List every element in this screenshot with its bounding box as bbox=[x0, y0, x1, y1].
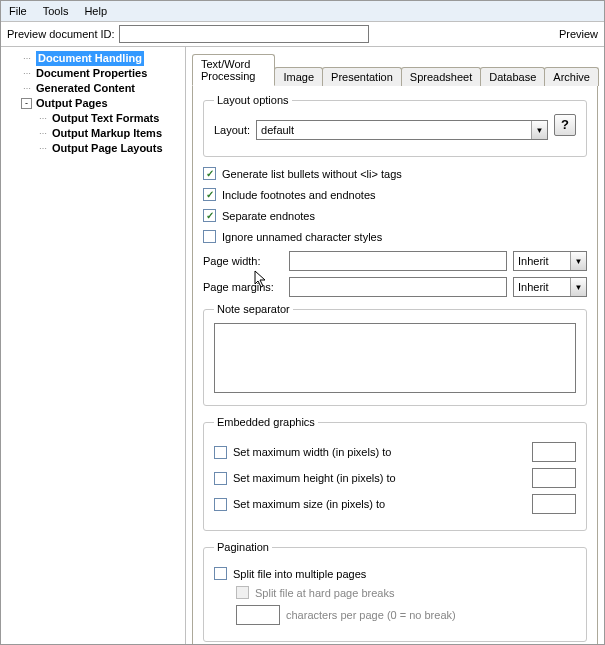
menu-file[interactable]: File bbox=[5, 3, 31, 19]
tree-item[interactable]: ⋯Document Properties bbox=[3, 66, 183, 81]
gen-bullets-checkbox[interactable] bbox=[203, 167, 216, 180]
tree-item-label: Output Markup Items bbox=[52, 126, 162, 141]
page-margins-units[interactable]: Inherit ▼ bbox=[513, 277, 587, 297]
max-height-label: Set maximum height (in pixels) to bbox=[233, 472, 526, 484]
max-width-checkbox[interactable] bbox=[214, 446, 227, 459]
ignore-styles-label: Ignore unnamed character styles bbox=[222, 231, 382, 243]
layout-options-legend: Layout options bbox=[214, 94, 292, 106]
footnotes-label: Include footnotes and endnotes bbox=[222, 189, 376, 201]
chevron-down-icon: ▼ bbox=[570, 278, 586, 296]
tab-presentation[interactable]: Presentation bbox=[322, 67, 402, 86]
page-width-units[interactable]: Inherit ▼ bbox=[513, 251, 587, 271]
pagination-legend: Pagination bbox=[214, 541, 272, 553]
preview-button[interactable]: Preview bbox=[559, 28, 598, 40]
menubar: File Tools Help bbox=[1, 1, 604, 22]
tree-item[interactable]: ⋯Document Handling bbox=[3, 51, 183, 66]
menu-tools[interactable]: Tools bbox=[39, 3, 73, 19]
page-margins-input[interactable] bbox=[289, 277, 507, 297]
layout-select[interactable]: default ▼ bbox=[256, 120, 548, 140]
tabbar: Text/Word ProcessingImagePresentationSpr… bbox=[192, 53, 598, 86]
note-separator-legend: Note separator bbox=[214, 303, 293, 315]
tree-expander-icon[interactable]: - bbox=[21, 98, 32, 109]
tab-spreadsheet[interactable]: Spreadsheet bbox=[401, 67, 481, 86]
pagination-group: Pagination Split file into multiple page… bbox=[203, 541, 587, 642]
footnotes-checkbox[interactable] bbox=[203, 188, 216, 201]
page-width-label: Page width: bbox=[203, 255, 283, 267]
page-width-units-value: Inherit bbox=[514, 255, 570, 267]
toolbar: Preview document ID: Preview bbox=[1, 22, 604, 47]
tree-connector-icon: ⋯ bbox=[21, 66, 32, 81]
tab-archive[interactable]: Archive bbox=[544, 67, 599, 86]
tree-item[interactable]: -Output Pages bbox=[3, 96, 183, 111]
max-width-label: Set maximum width (in pixels) to bbox=[233, 446, 526, 458]
max-size-input[interactable] bbox=[532, 494, 576, 514]
ignore-styles-checkbox[interactable] bbox=[203, 230, 216, 243]
tree-item[interactable]: ⋯Output Markup Items bbox=[3, 126, 183, 141]
page-margins-label: Page margins: bbox=[203, 281, 283, 293]
embedded-graphics-legend: Embedded graphics bbox=[214, 416, 318, 428]
layout-select-value: default bbox=[257, 124, 531, 136]
tree-item-label: Generated Content bbox=[36, 81, 135, 96]
tree-item-label: Document Handling bbox=[36, 51, 144, 66]
page-width-input[interactable] bbox=[289, 251, 507, 271]
preview-id-label: Preview document ID: bbox=[7, 28, 115, 40]
help-button[interactable]: ? bbox=[554, 114, 576, 136]
tree-item[interactable]: ⋯Output Page Layouts bbox=[3, 141, 183, 156]
note-separator-group: Note separator bbox=[203, 303, 587, 406]
tab-panel: Layout options ? Layout: default ▼ Gener… bbox=[192, 86, 598, 645]
split-pages-checkbox[interactable] bbox=[214, 567, 227, 580]
preview-id-input[interactable] bbox=[119, 25, 369, 43]
tree-connector-icon: ⋯ bbox=[37, 141, 48, 156]
menu-help[interactable]: Help bbox=[80, 3, 111, 19]
note-separator-input[interactable] bbox=[214, 323, 576, 393]
layout-options-group: Layout options ? Layout: default ▼ bbox=[203, 94, 587, 157]
separate-endnotes-label: Separate endnotes bbox=[222, 210, 315, 222]
max-height-input[interactable] bbox=[532, 468, 576, 488]
tree-item-label: Document Properties bbox=[36, 66, 147, 81]
page-margins-units-value: Inherit bbox=[514, 281, 570, 293]
split-hard-label: Split file at hard page breaks bbox=[255, 587, 394, 599]
split-pages-label: Split file into multiple pages bbox=[233, 568, 366, 580]
max-size-checkbox[interactable] bbox=[214, 498, 227, 511]
tab-image[interactable]: Image bbox=[274, 67, 323, 86]
nav-tree[interactable]: ⋯Document Handling⋯Document Properties⋯G… bbox=[1, 47, 186, 645]
layout-label: Layout: bbox=[214, 124, 250, 136]
tree-item-label: Output Pages bbox=[36, 96, 108, 111]
max-height-checkbox[interactable] bbox=[214, 472, 227, 485]
tree-connector-icon: ⋯ bbox=[37, 126, 48, 141]
chevron-down-icon: ▼ bbox=[570, 252, 586, 270]
tree-item[interactable]: ⋯Output Text Formats bbox=[3, 111, 183, 126]
tree-connector-icon: ⋯ bbox=[21, 51, 32, 66]
embedded-graphics-group: Embedded graphics Set maximum width (in … bbox=[203, 416, 587, 531]
tree-connector-icon: ⋯ bbox=[37, 111, 48, 126]
tree-item[interactable]: ⋯Generated Content bbox=[3, 81, 183, 96]
tab-database[interactable]: Database bbox=[480, 67, 545, 86]
tree-item-label: Output Text Formats bbox=[52, 111, 159, 126]
chevron-down-icon: ▼ bbox=[531, 121, 547, 139]
tab-text-word-processing[interactable]: Text/Word Processing bbox=[192, 54, 275, 86]
split-hard-checkbox bbox=[236, 586, 249, 599]
chars-per-page-label: characters per page (0 = no break) bbox=[286, 609, 456, 621]
gen-bullets-label: Generate list bullets without <li> tags bbox=[222, 168, 402, 180]
chars-per-page-input bbox=[236, 605, 280, 625]
tree-item-label: Output Page Layouts bbox=[52, 141, 163, 156]
separate-endnotes-checkbox[interactable] bbox=[203, 209, 216, 222]
max-width-input[interactable] bbox=[532, 442, 576, 462]
tree-connector-icon: ⋯ bbox=[21, 81, 32, 96]
max-size-label: Set maximum size (in pixels) to bbox=[233, 498, 526, 510]
